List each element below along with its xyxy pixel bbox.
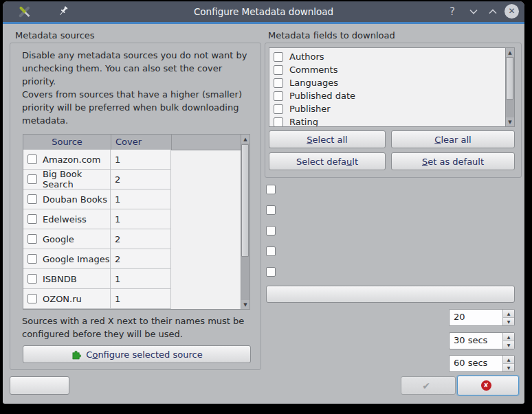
append-comments-option[interactable] <box>266 246 281 256</box>
set-as-default-label: Set as default <box>422 157 484 167</box>
list-item[interactable]: Published date <box>274 89 355 102</box>
table-row[interactable]: ✘Edelweiss 1 <box>23 209 241 229</box>
spin-up-icon[interactable]: ▲ <box>503 333 514 341</box>
spin-down-icon[interactable]: ▼ <box>503 341 514 349</box>
scrollbar-thumb[interactable] <box>241 144 249 257</box>
option-checkbox[interactable] <box>266 226 276 235</box>
minimize-icon[interactable] <box>468 1 479 22</box>
spin-up-icon[interactable]: ▲ <box>503 310 514 318</box>
source-checkbox[interactable] <box>27 254 37 264</box>
scroll-up-icon[interactable]: ▲ <box>241 135 250 143</box>
create-rules-button[interactable] <box>266 286 515 303</box>
cover-priority-cell[interactable]: 1 <box>111 269 171 289</box>
sources-table: Source Cover priority ✘Amazon.com 1 ✘Big… <box>23 134 250 310</box>
cover-priority-cell[interactable]: 2 <box>111 170 171 189</box>
sources-footnote: Sources with a red X next to their names… <box>22 314 254 341</box>
source-checkbox[interactable] <box>27 294 37 303</box>
maximize-icon[interactable] <box>487 1 498 22</box>
list-item[interactable]: Rating <box>274 115 318 127</box>
option-checkbox[interactable] <box>266 205 276 215</box>
cover-priority-cell[interactable]: 1 <box>111 209 171 229</box>
configure-selected-source-button[interactable]: Configure selected source <box>23 345 251 363</box>
source-checkbox[interactable] <box>27 194 37 204</box>
cover-priority-cell[interactable]: 1 <box>111 189 171 209</box>
scroll-up-icon[interactable]: ▲ <box>506 48 514 57</box>
cover-priority-cell[interactable]: 2 <box>111 249 171 269</box>
select-all-button[interactable]: Select all <box>269 130 386 148</box>
screen: Configure Metadata download ? ✕ Metadata… <box>0 0 532 414</box>
max-tags-spinner[interactable]: 20 ▲ ▼ <box>449 309 515 326</box>
source-name: Edelweiss <box>43 214 87 225</box>
metadata-fields-group-title: Metadata fields to download <box>268 30 395 41</box>
cover-priority-cell[interactable]: 1 <box>111 289 171 309</box>
field-checkbox[interactable] <box>274 104 283 114</box>
clear-all-label: Clear all <box>434 135 471 145</box>
swap-author-names-option[interactable] <box>266 205 281 215</box>
field-checkbox[interactable] <box>274 52 283 62</box>
spinner-value[interactable]: 30 secs <box>450 333 502 349</box>
titlebar: Configure Metadata download ? ✕ <box>3 1 524 22</box>
cover-priority-cell[interactable]: 2 <box>111 229 171 249</box>
source-checkbox[interactable] <box>27 274 37 284</box>
clear-all-button[interactable]: Clear all <box>391 130 515 148</box>
table-row[interactable]: ✘Amazon.com 1 <box>23 150 241 170</box>
source-name: Douban Books <box>43 194 107 205</box>
list-item[interactable]: Publisher <box>274 102 331 115</box>
source-checkbox[interactable] <box>27 174 37 184</box>
scroll-down-icon[interactable]: ▼ <box>241 300 250 309</box>
list-item[interactable]: Languages <box>274 76 338 89</box>
table-row[interactable]: ✘OZON.ru 1 <box>23 289 241 309</box>
cancel-button[interactable]: ✘ <box>457 376 519 395</box>
select-all-label: Select all <box>307 135 347 145</box>
help-button[interactable]: ? <box>446 1 458 22</box>
cover-priority-cell[interactable]: 1 <box>111 150 171 170</box>
option-checkbox[interactable] <box>266 246 276 256</box>
option-checkbox[interactable] <box>266 185 276 194</box>
set-as-default-button[interactable]: Set as default <box>391 152 515 170</box>
table-row[interactable]: ✘ISBNDB 1 <box>23 269 241 289</box>
max-cover-wait-spinner[interactable]: 60 secs ▲ ▼ <box>449 355 515 372</box>
puzzle-piece-icon <box>71 349 82 360</box>
defaults-button[interactable] <box>10 376 69 395</box>
select-default-button[interactable]: Select default <box>269 152 386 170</box>
scrollbar-thumb[interactable] <box>506 57 513 100</box>
source-name: Google <box>43 234 74 244</box>
spin-down-icon[interactable]: ▼ <box>503 364 514 371</box>
spinner-value[interactable]: 20 <box>450 310 502 325</box>
column-header-source[interactable]: Source <box>23 135 111 150</box>
spin-up-icon[interactable]: ▲ <box>503 356 514 364</box>
field-checkbox[interactable] <box>274 65 283 75</box>
option-checkbox[interactable] <box>266 267 276 277</box>
sources-table-scrollbar[interactable]: ▲ ▼ <box>241 135 250 309</box>
dialog-window: Configure Metadata download ? ✕ Metadata… <box>3 1 524 404</box>
close-button[interactable]: ✕ <box>505 4 519 19</box>
use-published-date-option[interactable] <box>266 226 281 235</box>
field-label: Languages <box>289 78 338 88</box>
sources-description: Disable any metadata sources you do not … <box>22 49 254 127</box>
prefer-fewer-tags-option[interactable] <box>266 267 281 277</box>
spinner-value[interactable]: 60 secs <box>450 356 502 371</box>
spin-down-icon[interactable]: ▼ <box>503 318 514 325</box>
field-label: Published date <box>289 91 355 101</box>
column-header-cover-priority[interactable]: Cover priority <box>111 135 172 150</box>
fields-list: Authors Comments Languages Published dat… <box>269 47 515 127</box>
apply-button[interactable]: ✔ <box>401 376 456 395</box>
scroll-down-icon[interactable]: ▼ <box>506 117 514 126</box>
table-row[interactable]: ✘Douban Books 1 <box>23 189 241 209</box>
field-label: Publisher <box>289 104 331 114</box>
max-match-wait-spinner[interactable]: 30 secs ▲ ▼ <box>449 332 515 349</box>
field-checkbox[interactable] <box>274 117 283 127</box>
source-checkbox[interactable] <box>27 214 37 224</box>
field-checkbox[interactable] <box>274 78 283 88</box>
field-checkbox[interactable] <box>274 91 283 101</box>
source-checkbox[interactable] <box>27 154 37 164</box>
convert-comments-option[interactable] <box>266 185 281 194</box>
table-row[interactable]: ✘Google Images 2 <box>23 249 241 269</box>
table-row[interactable]: ✘Big Book Search 2 <box>23 170 241 189</box>
fields-list-scrollbar[interactable]: ▲ ▼ <box>505 48 514 126</box>
source-checkbox[interactable] <box>27 234 37 244</box>
list-item[interactable]: Authors <box>274 50 324 63</box>
list-item[interactable]: Comments <box>274 63 337 76</box>
select-default-label: Select default <box>296 157 358 167</box>
table-row[interactable]: ✘Google 2 <box>23 229 241 249</box>
